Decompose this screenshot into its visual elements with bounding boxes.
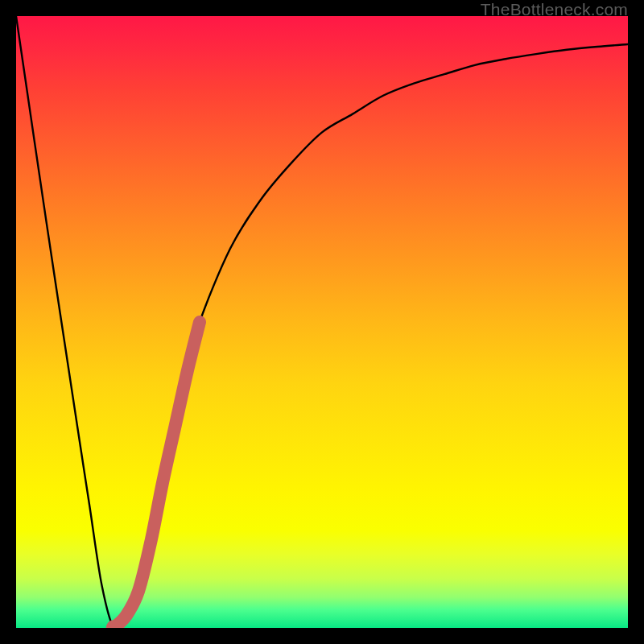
plot-area — [16, 16, 628, 628]
bottleneck-curve — [16, 16, 628, 628]
curve-svg — [16, 16, 628, 628]
highlight-segment — [114, 322, 200, 628]
chart-frame: TheBottleneck.com — [0, 0, 644, 644]
